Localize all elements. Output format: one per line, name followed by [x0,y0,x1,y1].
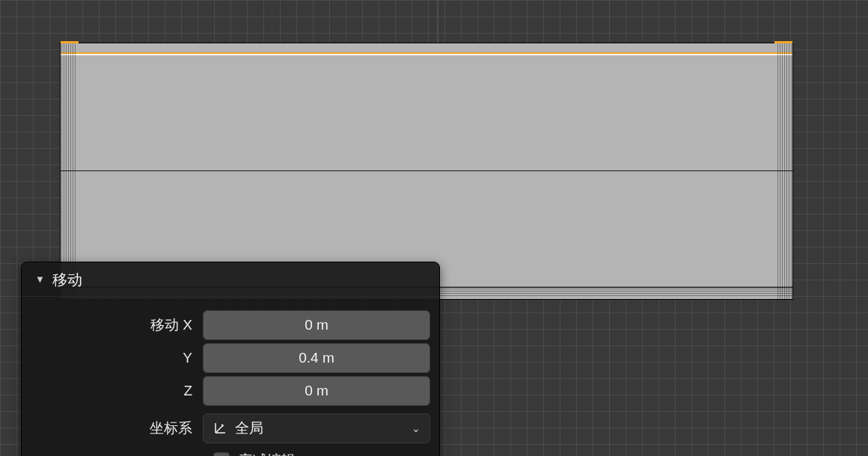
move-z-label: Z [31,383,203,399]
highlight-edge [61,54,792,55]
disclosure-triangle-icon[interactable]: ▼ [35,274,45,285]
move-y-label: Y [31,350,203,366]
panel-title: 移动 [52,270,82,290]
orientation-value: 全局 [235,419,263,438]
proportional-edit-label: 衰减编辑 [239,451,296,456]
orientation-label: 坐标系 [31,419,203,438]
mesh-edge-cluster-right [776,43,792,299]
mesh-edge-cluster-left [61,43,77,299]
orientation-dropdown[interactable]: 全局 ⌄ [203,413,430,443]
orientation-axes-icon [213,421,227,436]
proportional-edit-checkbox[interactable] [213,452,230,456]
move-z-field[interactable]: 0 m [203,376,430,406]
move-x-label: 移动 X [31,315,203,335]
panel-header[interactable]: ▼ 移动 [22,262,439,297]
operator-panel-move: ▼ 移动 移动 X 0 m Y 0.4 m [21,262,440,456]
panel-body: 移动 X 0 m Y 0.4 m Z 0 [22,297,439,456]
move-y-field[interactable]: 0.4 m [203,343,430,373]
mesh-edge [61,170,792,171]
move-x-field[interactable]: 0 m [203,310,430,340]
viewport-3d[interactable]: ▼ 移动 移动 X 0 m Y 0.4 m [0,0,868,456]
chevron-down-icon: ⌄ [412,422,421,434]
